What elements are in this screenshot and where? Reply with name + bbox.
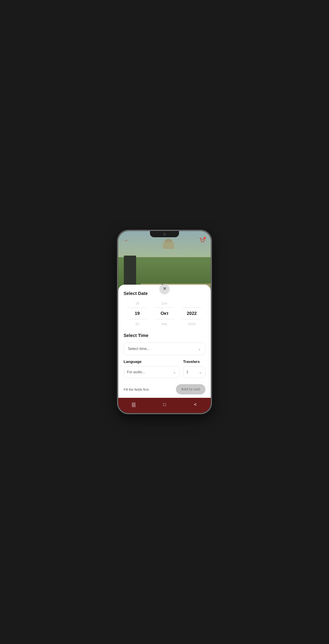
svg-point-0 <box>201 242 202 243</box>
phone-frame: ← <box>118 230 211 414</box>
year-selected: 2022 <box>187 310 197 317</box>
nav-back-button[interactable]: < <box>190 400 200 410</box>
time-chevron-icon: ⌄ <box>198 346 201 351</box>
year-below: 2023 <box>188 321 195 327</box>
day-column[interactable]: 18 19 20 <box>124 300 151 327</box>
day-selected: 19 <box>135 310 140 317</box>
screen: ← <box>118 231 211 413</box>
select-time-title: Select Time <box>124 333 205 338</box>
year-divider-bottom <box>182 319 201 319</box>
month-below: Νοε <box>162 321 167 327</box>
month-divider-bottom <box>155 319 174 319</box>
select-date-section: Select Date 18 19 20 Σεπ <box>124 291 205 327</box>
year-column[interactable]: — 2022 2023 <box>178 300 205 327</box>
back-arrow-icon: ← <box>124 238 129 243</box>
day-above: 18 <box>135 300 139 308</box>
camera <box>163 233 166 236</box>
phone-inner: ← <box>118 231 211 413</box>
back-button[interactable]: ← <box>123 236 131 244</box>
menu-icon: ||| <box>132 402 135 408</box>
travelers-value: 1 <box>186 370 188 374</box>
svg-point-1 <box>203 242 204 243</box>
travelers-label: Travelers <box>183 360 205 364</box>
language-placeholder: For audio... <box>127 370 145 374</box>
travelers-dropdown[interactable]: 1 ⌄ <box>183 366 205 378</box>
notch <box>150 231 179 237</box>
time-placeholder: Select time... <box>128 346 150 351</box>
bottom-actions: Fill the fields first. Add to cart <box>124 384 205 394</box>
nav-menu-button[interactable]: ||| <box>129 400 139 410</box>
fill-fields-text: Fill the fields first. <box>124 388 150 391</box>
day-divider-top <box>128 308 147 308</box>
language-dropdown[interactable]: For audio... ⌄ <box>124 366 179 378</box>
month-above: Σεπ <box>162 300 167 308</box>
close-button[interactable]: ✕ <box>160 284 169 293</box>
travelers-group: Travelers 1 ⌄ <box>183 360 205 378</box>
time-dropdown[interactable]: Select time... ⌄ <box>124 342 205 355</box>
nav-home-button[interactable]: □ <box>160 400 169 410</box>
nav-bar: ||| □ < <box>118 398 211 413</box>
cart-badge <box>204 237 206 239</box>
day-divider-bottom <box>128 319 147 319</box>
day-below: 20 <box>135 321 139 327</box>
back-nav-icon: < <box>194 402 197 408</box>
month-divider-top <box>155 308 174 308</box>
bottom-sheet: Select Date 18 19 20 Σεπ <box>118 285 211 398</box>
close-icon: ✕ <box>163 286 166 291</box>
language-group: Language For audio... ⌄ <box>124 360 179 378</box>
month-selected: Οκτ <box>160 310 169 317</box>
year-divider-top <box>182 308 201 308</box>
language-label: Language <box>124 360 179 364</box>
travelers-chevron-icon: ⌄ <box>199 370 202 374</box>
month-column[interactable]: Σεπ Οκτ Νοε <box>151 300 178 327</box>
add-to-cart-button[interactable]: Add to cart <box>176 384 205 394</box>
home-icon: □ <box>163 402 166 407</box>
select-time-section: Select Time Select time... ⌄ <box>124 333 205 355</box>
date-picker-grid[interactable]: 18 19 20 Σεπ Οκτ Νοε <box>124 300 205 327</box>
cart-button[interactable] <box>198 236 206 244</box>
options-row: Language For audio... ⌄ Travelers 1 ⌄ <box>124 360 205 378</box>
language-chevron-icon: ⌄ <box>173 370 176 374</box>
